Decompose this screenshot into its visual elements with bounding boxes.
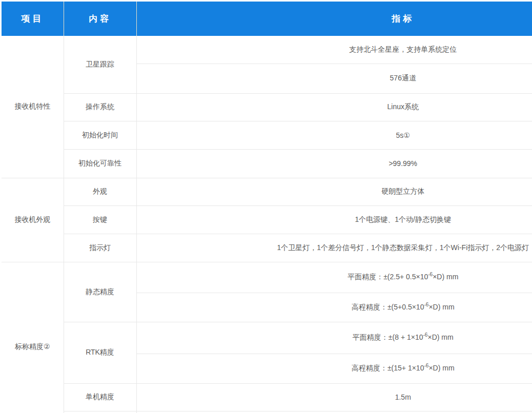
row-label xyxy=(64,411,136,413)
header-col-item: 项目 xyxy=(2,2,64,36)
row-label: 卫星跟踪 xyxy=(64,36,136,93)
row-label: 静态精度 xyxy=(64,262,136,322)
row-value: Linux系统 xyxy=(136,93,532,121)
table-row: 接收机外观外观硬朗型立方体 xyxy=(2,178,532,205)
header-col-spec: 指标 xyxy=(136,2,532,36)
row-value: 高程精度：±(5+0.5×10-6×D) mm xyxy=(136,293,532,322)
spec-table-header: 项目 内容 指标 xyxy=(2,2,532,36)
table-row: 按键1个电源键、1个动/静态切换键 xyxy=(2,205,532,234)
row-value: 高程精度：±(15+ 1×10-6×D) mm xyxy=(136,354,532,383)
row-value: 5s① xyxy=(136,121,532,149)
table-row xyxy=(2,411,532,413)
row-value: 1个电源键、1个动/静态切换键 xyxy=(136,205,532,234)
row-label: 初始化可靠性 xyxy=(64,149,136,178)
row-label: RTK精度 xyxy=(64,322,136,383)
row-label: 操作系统 xyxy=(64,93,136,121)
table-row: 初始化时间5s① xyxy=(2,121,532,149)
table-row: 标称精度②静态精度平面精度：±(2.5+ 0.5×10-6×D) mm xyxy=(2,262,532,293)
section-label: 接收机外观 xyxy=(2,178,64,262)
row-value: 支持北斗全星座，支持单系统定位 xyxy=(136,36,532,64)
table-row: 初始化可靠性>99.99% xyxy=(2,149,532,178)
row-value: >99.99% xyxy=(136,149,532,178)
row-value: 硬朗型立方体 xyxy=(136,178,532,205)
row-label: 外观 xyxy=(64,178,136,205)
table-row: 接收机特性卫星跟踪支持北斗全星座，支持单系统定位 xyxy=(2,36,532,64)
section-label: 接收机特性 xyxy=(2,36,64,178)
row-label: 初始化时间 xyxy=(64,121,136,149)
header-col-content: 内容 xyxy=(64,2,136,36)
spec-table: 项目 内容 指标 接收机特性卫星跟踪支持北斗全星座，支持单系统定位576通道操作… xyxy=(2,2,532,413)
row-value: 1个卫星灯，1个差分信号灯，1个静态数据采集灯，1个Wi-Fi指示灯，2个电源灯 xyxy=(136,234,532,262)
table-row: RTK精度平面精度：±(8 + 1×10-6×D) mm xyxy=(2,322,532,354)
table-row: 单机精度1.5m xyxy=(2,383,532,411)
row-value xyxy=(136,411,532,413)
row-value: 平面精度：±(8 + 1×10-6×D) mm xyxy=(136,322,532,354)
row-label: 单机精度 xyxy=(64,383,136,411)
table-row: 指示灯1个卫星灯，1个差分信号灯，1个静态数据采集灯，1个Wi-Fi指示灯，2个… xyxy=(2,234,532,262)
table-row: 操作系统Linux系统 xyxy=(2,93,532,121)
row-value: 平面精度：±(2.5+ 0.5×10-6×D) mm xyxy=(136,262,532,293)
section-label: 标称精度② xyxy=(2,262,64,413)
row-label: 指示灯 xyxy=(64,234,136,262)
row-label: 按键 xyxy=(64,205,136,234)
row-value: 1.5m xyxy=(136,383,532,411)
row-value: 576通道 xyxy=(136,64,532,93)
spec-table-body: 接收机特性卫星跟踪支持北斗全星座，支持单系统定位576通道操作系统Linux系统… xyxy=(2,36,532,413)
spec-table-wrapper: 项目 内容 指标 接收机特性卫星跟踪支持北斗全星座，支持单系统定位576通道操作… xyxy=(0,0,532,413)
